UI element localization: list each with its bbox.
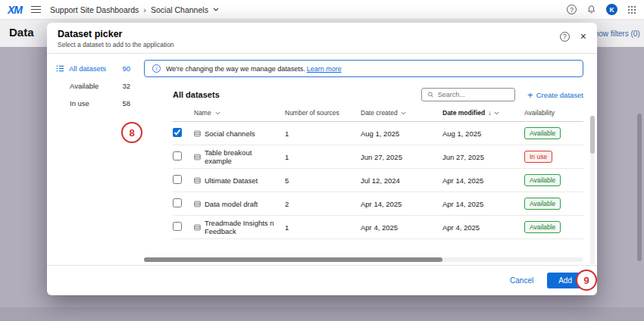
annotation-step-8: 8 bbox=[121, 122, 142, 143]
dataset-name: Treadmade Insights n Feedback bbox=[205, 219, 280, 235]
modal-body: All datasets 90 Available 32 In use 58 i… bbox=[47, 54, 597, 265]
dataset-icon bbox=[194, 177, 201, 184]
table-header-row: Name Number of sources Date created Date… bbox=[173, 109, 583, 122]
table-row[interactable]: Data model draft 2 Apr 14, 2025 Apr 14, … bbox=[173, 192, 583, 216]
banner-message: We're changing the way we manage dataset… bbox=[166, 65, 342, 73]
dataset-icon bbox=[194, 224, 201, 231]
learn-more-link[interactable]: Learn more bbox=[307, 65, 342, 73]
dataset-name: Table breakout example bbox=[205, 148, 280, 165]
app-grid-icon[interactable] bbox=[627, 5, 636, 14]
chevron-down-icon[interactable] bbox=[213, 8, 219, 11]
sidebar-item-available[interactable]: Available 32 bbox=[47, 77, 139, 95]
vertical-scrollbar[interactable] bbox=[590, 116, 595, 264]
modal-help-icon[interactable]: ? bbox=[560, 32, 570, 42]
horizontal-scrollbar[interactable] bbox=[144, 257, 583, 262]
nav-item-label: All datasets bbox=[69, 64, 106, 73]
availability-badge: Available bbox=[524, 221, 561, 233]
sources-cell: 1 bbox=[285, 153, 361, 161]
table-row[interactable]: Treadmade Insights n Feedback 1 Apr 4, 2… bbox=[173, 216, 583, 239]
table-row[interactable]: Table breakout example 1 Jun 27, 2025 Ju… bbox=[173, 145, 583, 169]
date-modified-cell: Jun 27, 2025 bbox=[442, 153, 524, 161]
datasets-table-section: All datasets + Create dataset bbox=[173, 88, 583, 256]
page-scrollbar[interactable] bbox=[637, 114, 642, 261]
nav-item-count: 58 bbox=[122, 99, 130, 108]
availability-badge: In use bbox=[524, 151, 552, 163]
date-modified-cell: Aug 1, 2025 bbox=[442, 129, 524, 138]
page-title: Data bbox=[9, 26, 34, 39]
dataset-name: Social channels bbox=[205, 129, 255, 138]
date-created-cell: Jul 12, 2024 bbox=[361, 176, 442, 185]
date-modified-cell: Apr 14, 2025 bbox=[442, 200, 524, 208]
dataset-picker-modal: Dataset picker Select a dataset to add t… bbox=[47, 23, 597, 295]
sort-chevron-icon bbox=[215, 111, 220, 115]
date-created-cell: Apr 14, 2025 bbox=[361, 200, 442, 208]
dataset-name: Data model draft bbox=[205, 200, 258, 208]
show-filters-link[interactable]: Show filters (0) bbox=[589, 30, 640, 38]
date-created-cell: Apr 4, 2025 bbox=[361, 223, 442, 232]
sources-cell: 5 bbox=[285, 176, 361, 185]
cancel-button[interactable]: Cancel bbox=[510, 276, 533, 285]
sources-cell: 1 bbox=[285, 129, 361, 138]
breadcrumb-current[interactable]: Social Channels bbox=[151, 5, 208, 14]
availability-badge: Available bbox=[524, 174, 561, 186]
section-title: All datasets bbox=[173, 90, 220, 99]
date-modified-cell: Apr 4, 2025 bbox=[442, 223, 524, 232]
annotation-step-9: 9 bbox=[576, 270, 597, 291]
sidebar-item-all-datasets[interactable]: All datasets 90 bbox=[47, 60, 139, 77]
info-icon: i bbox=[152, 64, 161, 73]
modal-title-block: Dataset picker Select a dataset to add t… bbox=[58, 29, 174, 48]
nav-item-count: 32 bbox=[122, 82, 130, 90]
column-header-sources[interactable]: Number of sources bbox=[285, 109, 361, 117]
sort-desc-arrow-icon: ↓ bbox=[488, 109, 491, 117]
nav-item-count: 90 bbox=[122, 64, 130, 73]
dataset-icon bbox=[194, 130, 201, 137]
modal-header-icons: ? × bbox=[560, 29, 586, 42]
topbar-actions: ? K bbox=[567, 4, 636, 15]
modal-header: Dataset picker Select a dataset to add t… bbox=[47, 23, 597, 54]
horizontal-scrollbar-thumb[interactable] bbox=[144, 257, 442, 262]
date-created-cell: Aug 1, 2025 bbox=[361, 129, 442, 138]
sidebar-item-in-use[interactable]: In use 58 bbox=[47, 95, 139, 112]
vertical-scrollbar-thumb[interactable] bbox=[590, 116, 595, 154]
search-input[interactable] bbox=[438, 91, 509, 98]
info-banner: i We're changing the way we manage datas… bbox=[144, 60, 583, 77]
list-icon bbox=[56, 64, 64, 73]
sources-cell: 2 bbox=[285, 200, 361, 208]
date-created-cell: Jun 27, 2025 bbox=[361, 153, 442, 161]
dataset-name: Ultimate Dataset bbox=[205, 176, 258, 185]
modal-subtitle: Select a dataset to add to the applicati… bbox=[58, 41, 174, 48]
column-header-date-modified[interactable]: Date modified ↓ bbox=[442, 109, 524, 117]
close-icon[interactable]: × bbox=[580, 31, 586, 42]
user-avatar[interactable]: K bbox=[606, 4, 617, 15]
row-checkbox[interactable] bbox=[173, 128, 182, 137]
table-row[interactable]: Social channels 1 Aug 1, 2025 Aug 1, 202… bbox=[173, 122, 583, 145]
breadcrumb-root[interactable]: Support Site Dashboards bbox=[50, 5, 139, 14]
dataset-icon bbox=[194, 154, 201, 160]
modal-sidebar: All datasets 90 Available 32 In use 58 bbox=[47, 54, 139, 265]
page-footer-strip bbox=[0, 307, 644, 321]
breadcrumb-separator-icon: › bbox=[143, 5, 146, 14]
screen: XM Support Site Dashboards › Social Chan… bbox=[0, 0, 644, 321]
notifications-bell-icon[interactable] bbox=[586, 5, 596, 14]
help-icon[interactable]: ? bbox=[567, 5, 577, 14]
row-checkbox[interactable] bbox=[173, 151, 182, 160]
sort-chevron-icon bbox=[494, 111, 499, 115]
search-icon bbox=[427, 91, 434, 98]
plus-icon: + bbox=[527, 90, 533, 100]
nav-item-label: Available bbox=[70, 82, 98, 90]
sort-chevron-icon bbox=[401, 111, 406, 115]
modal-title: Dataset picker bbox=[58, 29, 174, 39]
row-checkbox[interactable] bbox=[173, 175, 182, 184]
table-toolbar: All datasets + Create dataset bbox=[173, 88, 583, 101]
modal-footer: Cancel Add bbox=[47, 265, 597, 295]
row-checkbox[interactable] bbox=[173, 198, 182, 207]
search-box bbox=[421, 88, 515, 101]
dataset-icon bbox=[194, 201, 201, 207]
create-dataset-button[interactable]: + Create dataset bbox=[527, 90, 583, 100]
hamburger-menu-icon[interactable] bbox=[31, 6, 41, 13]
column-header-name[interactable]: Name bbox=[194, 109, 285, 117]
column-header-date-created[interactable]: Date created bbox=[361, 109, 442, 117]
row-checkbox[interactable] bbox=[173, 222, 182, 231]
table-row[interactable]: Ultimate Dataset 5 Jul 12, 2024 Apr 14, … bbox=[173, 169, 583, 192]
nav-item-label: In use bbox=[70, 99, 89, 108]
